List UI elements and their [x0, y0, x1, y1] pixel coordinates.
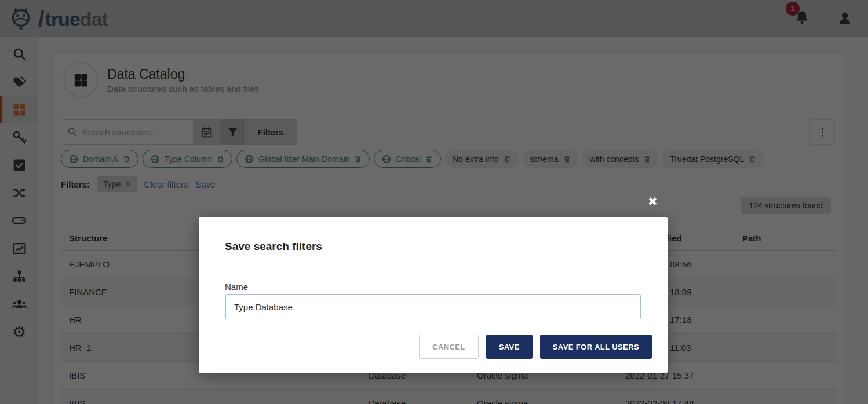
save-for-all-users-button[interactable]: SAVE FOR ALL USERS	[540, 335, 652, 359]
cancel-button[interactable]: CANCEL	[419, 335, 479, 359]
save-button[interactable]: SAVE	[486, 335, 533, 359]
modal-title: Save search filters	[225, 240, 322, 253]
modal-divider	[213, 266, 654, 266]
name-field[interactable]	[225, 294, 641, 319]
name-field-label: Name	[225, 282, 248, 292]
modal-close-icon[interactable]: ✖	[648, 196, 658, 207]
save-search-filters-modal: Save search filters Name CANCEL SAVE SAV…	[199, 217, 668, 373]
